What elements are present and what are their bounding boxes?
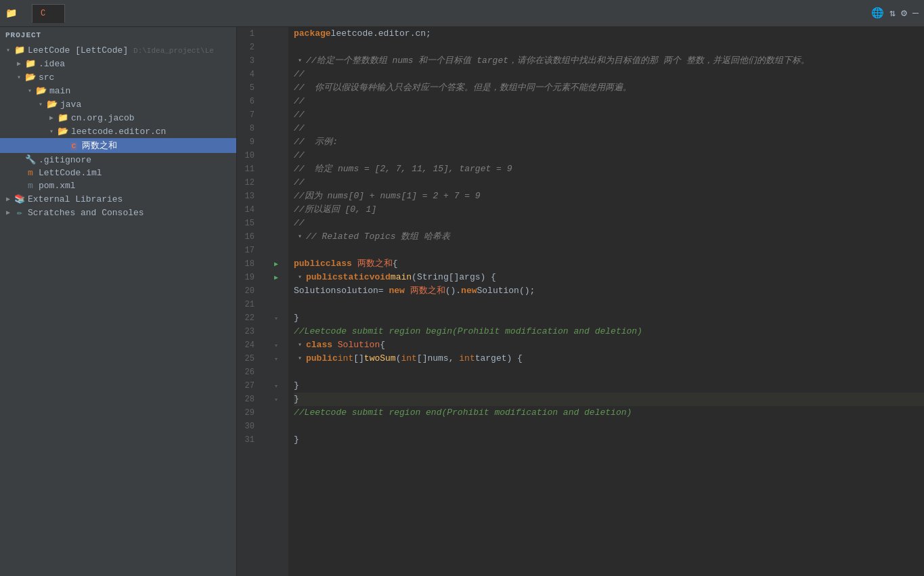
line-number-18: 18 (237, 257, 259, 271)
folder-icon: 📁 (5, 7, 17, 19)
project-title[interactable]: 📁 (5, 7, 25, 19)
tree-label: pom.xml (39, 181, 76, 191)
tree-icon-folder-open: 📂 (57, 126, 69, 137)
keyword: package (294, 27, 331, 41)
tree-label: LettCode.iml (39, 168, 102, 178)
tree-arrow: ▾ (14, 73, 24, 81)
line-number-13: 13 (237, 190, 259, 203)
run-icon[interactable]: ▶ (274, 260, 278, 268)
gutter-line-17 (264, 244, 288, 257)
active-tab[interactable]: C (32, 4, 65, 23)
fold-btn-25[interactable]: ▾ (295, 354, 305, 363)
tree-arrow: ▶ (3, 208, 14, 217)
tree-icon-folder-open: 📂 (35, 85, 47, 96)
line-number-22: 22 (237, 311, 259, 325)
sidebar-item-external-libs[interactable]: ▶ 📚 External Libraries (0, 192, 236, 206)
tree-arrow: ▾ (24, 87, 35, 95)
gutter-line-28: ▿ (264, 393, 288, 406)
code-line-11: // 给定 nums = [2, 7, 11, 15], target = 9 (294, 162, 924, 176)
sidebar-tree: ▾ 📁 LeetCode [LettCode] D:\Idea_project\… (0, 43, 236, 219)
tree-icon-scratch: ✏️ (14, 207, 26, 218)
code-line-14: //所以返回 [0, 1] (294, 203, 924, 217)
gutter-line-11 (264, 162, 288, 176)
sidebar-item-lettcode-iml[interactable]: m LettCode.iml (0, 167, 236, 179)
sidebar-item-pom-xml[interactable]: m pom.xml (0, 179, 236, 192)
sidebar-item-scratches[interactable]: ▶ ✏️ Scratches and Consoles (0, 206, 236, 219)
sidebar-item-src[interactable]: ▾ 📂 src (0, 70, 236, 84)
code-line-12: // (294, 176, 924, 190)
code-line-20: Solution solution = new 两数之和().new Solut… (294, 284, 924, 298)
tree-label: 两数之和 (82, 139, 117, 152)
code-line-15: // (294, 217, 924, 230)
fold-button[interactable]: ▾ (295, 56, 305, 66)
sidebar-header: Project (0, 27, 236, 43)
tree-icon-folder: 📁 (24, 58, 37, 69)
line-number-2: 2 (237, 41, 259, 54)
fold-icon[interactable]: ▿ (274, 382, 278, 390)
code-line-4: // (294, 68, 924, 81)
globe-icon[interactable]: 🌐 (871, 7, 884, 20)
main-content: Project ▾ 📁 LeetCode [LettCode] D:\Idea_… (0, 27, 924, 576)
code-line-3: ▾//给定一个整数数组 nums 和一个目标值 target，请你在该数组中找出… (294, 54, 924, 68)
tree-arrow: ▾ (35, 100, 46, 108)
sidebar-item-main[interactable]: ▾ 📂 main (0, 84, 236, 97)
code-line-1: package leetcode.editor.cn; (294, 27, 924, 41)
tree-arrow: ▾ (46, 127, 57, 135)
gutter-line-9 (264, 135, 288, 149)
gutter-line-30 (264, 420, 288, 433)
code-line-7: // (294, 108, 924, 122)
line-number-4: 4 (237, 68, 259, 81)
tree-label: java (60, 99, 81, 110)
line-number-1: 1 (237, 27, 259, 41)
tree-icon-folder: 📁 (57, 112, 69, 123)
gutter-line-27: ▿ (264, 379, 288, 393)
split-icon[interactable]: ⇅ (889, 7, 896, 20)
gutter-line-26 (264, 365, 288, 379)
line-number-29: 29 (237, 406, 259, 420)
fold-btn-24[interactable]: ▾ (295, 340, 305, 350)
code-line-9: // 示例: (294, 135, 924, 149)
sidebar-item-liangshuhe[interactable]: C 两数之和 (0, 138, 236, 153)
code-line-22: } (294, 311, 924, 325)
code-line-26 (294, 365, 924, 379)
line-number-8: 8 (237, 122, 259, 135)
code-line-31: } (294, 433, 924, 447)
sidebar-item-leetcode-editor-cn[interactable]: ▾ 📂 leetcode.editor.cn (0, 125, 236, 138)
line-number-28: 28 (237, 393, 259, 406)
sidebar-item-java[interactable]: ▾ 📂 java (0, 97, 236, 111)
fold-icon[interactable]: ▿ (274, 396, 278, 403)
run-icon[interactable]: ▶ (274, 273, 278, 282)
sidebar-item-gitignore[interactable]: 🔧 .gitignore (0, 153, 236, 167)
line-number-16: 16 (237, 230, 259, 244)
sidebar-item-cn-org-jacob[interactable]: ▶ 📁 cn.org.jacob (0, 111, 236, 125)
editor: 1234567891011121314151617181920212223242… (237, 27, 924, 576)
fold-btn-19[interactable]: ▾ (295, 273, 305, 282)
sidebar-item-leetcode-root[interactable]: ▾ 📁 LeetCode [LettCode] D:\Idea_project\… (0, 43, 236, 57)
gutter-line-16 (264, 230, 288, 244)
editor-content[interactable]: 1234567891011121314151617181920212223242… (237, 27, 924, 576)
line-number-27: 27 (237, 379, 259, 393)
gutter-line-25: ▿ (264, 352, 288, 365)
line-numbers: 1234567891011121314151617181920212223242… (237, 27, 264, 576)
code-area[interactable]: package leetcode.editor.cn; ▾//给定一个整数数组 … (288, 27, 924, 576)
sidebar-item-idea[interactable]: ▶ 📁 .idea (0, 57, 236, 70)
settings-icon[interactable]: ⚙ (901, 7, 907, 20)
code-line-30 (294, 420, 924, 433)
line-number-9: 9 (237, 135, 259, 149)
gutter-line-3 (264, 54, 288, 68)
line-number-26: 26 (237, 365, 259, 379)
tree-arrow: ▶ (3, 195, 14, 203)
fold-button-16[interactable]: ▾ (295, 232, 305, 242)
line-number-17: 17 (237, 244, 259, 257)
line-number-11: 11 (237, 162, 259, 176)
line-number-5: 5 (237, 81, 259, 95)
gutter-line-14 (264, 203, 288, 217)
minimize-icon[interactable]: — (912, 7, 919, 19)
fold-icon[interactable]: ▿ (274, 355, 278, 363)
sidebar: Project ▾ 📁 LeetCode [LettCode] D:\Idea_… (0, 27, 237, 576)
line-number-7: 7 (237, 108, 259, 122)
fold-icon[interactable]: ▿ (274, 315, 278, 322)
fold-icon[interactable]: ▿ (274, 342, 278, 349)
line-number-10: 10 (237, 149, 259, 162)
gutter-line-10 (264, 149, 288, 162)
